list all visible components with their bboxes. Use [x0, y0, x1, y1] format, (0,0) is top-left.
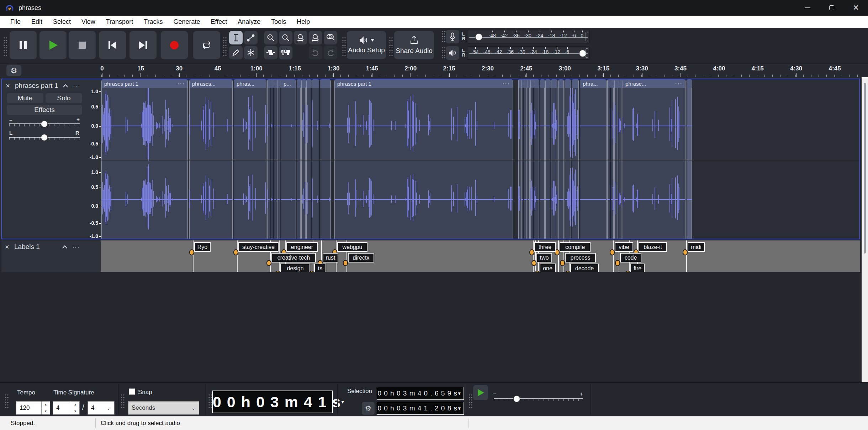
audio-clip[interactable] — [306, 79, 311, 239]
pause-button[interactable] — [10, 31, 37, 59]
clip-header[interactable] — [320, 79, 330, 88]
mute-button[interactable]: Mute — [7, 93, 43, 103]
clip-header[interactable] — [572, 79, 578, 88]
audio-clip[interactable] — [572, 79, 579, 239]
label-stem[interactable] — [193, 240, 194, 272]
label-chip[interactable]: engineer — [286, 242, 318, 252]
clip-header[interactable]: phras... — [234, 79, 266, 88]
record-meter-grip[interactable] — [441, 30, 445, 42]
clip-header[interactable] — [534, 79, 539, 88]
menu-item-tracks[interactable]: Tracks — [138, 16, 168, 28]
timeline-ruler[interactable]: ⚙ 01530451:001:151:301:452:002:152:302:4… — [0, 64, 868, 77]
clip-header[interactable]: phrases... — [190, 79, 232, 88]
label-chip[interactable]: fire — [630, 264, 645, 272]
menu-item-view[interactable]: View — [76, 16, 101, 28]
clip-header[interactable]: p... — [281, 79, 296, 88]
play-speed-thumb[interactable] — [513, 396, 520, 402]
label-flag-icon[interactable] — [343, 260, 348, 266]
audio-clip[interactable] — [619, 79, 621, 239]
snap-checkbox[interactable] — [129, 388, 135, 395]
selection-tool-button[interactable] — [229, 31, 243, 44]
label-chip[interactable]: two — [536, 253, 552, 262]
play-meter-grip[interactable] — [441, 46, 445, 58]
audio-clip[interactable] — [297, 79, 301, 239]
audio-clip[interactable] — [611, 79, 614, 239]
menu-item-tools[interactable]: Tools — [266, 16, 291, 28]
menu-item-generate[interactable]: Generate — [168, 16, 205, 28]
record-meter[interactable]: LR -48-42-36-30-24-18-12-60 — [446, 29, 589, 44]
clip-header[interactable]: phrases part 1··· — [335, 79, 513, 88]
clip-area[interactable]: phrases part 1···phrases...phras...p...p… — [101, 79, 859, 239]
playback-meter-scale[interactable]: -54-48-42-36-30-24-18-12-6 — [467, 46, 589, 60]
clip-header[interactable]: phrases part 1··· — [102, 79, 187, 88]
time-display-grip[interactable] — [208, 393, 212, 409]
audio-track[interactable]: × phrases part 1 ··· Mute Solo Effects −… — [1, 79, 860, 239]
audio-clip[interactable]: phrases part 1··· — [334, 79, 513, 239]
time-toolbar-grip[interactable] — [4, 393, 9, 409]
track-menu-button[interactable]: ··· — [70, 82, 83, 90]
gain-slider-thumb[interactable] — [41, 121, 48, 127]
tempo-field[interactable]: 120 ▲▼ — [16, 401, 50, 415]
record-meter-scale[interactable]: -48-42-36-30-24-18-12-60 — [467, 30, 589, 43]
audio-clip[interactable] — [614, 79, 618, 239]
audio-clip[interactable] — [607, 79, 610, 239]
clip-menu-button[interactable]: ··· — [675, 81, 683, 87]
record-volume-knob[interactable] — [475, 33, 482, 41]
multi-tool-button[interactable] — [244, 46, 258, 59]
label-chip[interactable]: stay-creative — [238, 242, 279, 252]
close-button[interactable]: ✕ — [844, 0, 868, 16]
audio-clip[interactable] — [277, 79, 280, 239]
selection-options-button[interactable]: ⚙ — [362, 402, 375, 415]
label-stem[interactable] — [533, 240, 534, 272]
menu-item-select[interactable]: Select — [48, 16, 76, 28]
label-chip[interactable]: three — [534, 242, 556, 252]
playback-meter-button[interactable] — [446, 46, 459, 60]
clip-menu-button[interactable]: ··· — [503, 81, 510, 87]
audio-clip[interactable] — [271, 79, 273, 239]
audio-clip[interactable] — [534, 79, 539, 239]
vertical-scrollbar-thumb[interactable] — [864, 83, 866, 254]
clip-header[interactable] — [551, 79, 557, 88]
label-flag-icon[interactable] — [683, 249, 688, 255]
clip-header[interactable] — [302, 79, 307, 88]
audio-clip[interactable] — [312, 79, 319, 239]
fit-selection-button[interactable] — [294, 31, 307, 44]
audio-clip[interactable] — [320, 79, 331, 239]
playback-volume-knob[interactable] — [579, 50, 586, 57]
maximize-button[interactable] — [820, 0, 844, 16]
label-chip[interactable]: webgpu — [337, 242, 367, 252]
time-sig-lower-dropdown[interactable]: 4 ⌄ — [88, 401, 115, 415]
audio-setup-button[interactable]: Audio Setup — [347, 31, 386, 59]
trim-audio-button[interactable] — [264, 46, 277, 59]
play-speed-grip[interactable] — [468, 393, 472, 409]
clip-header[interactable] — [546, 79, 551, 88]
label-stem[interactable] — [237, 240, 238, 272]
audio-clip[interactable]: phrase...··· — [623, 79, 686, 239]
effects-button[interactable]: Effects — [7, 105, 82, 115]
clip-header[interactable] — [687, 79, 692, 88]
label-chip[interactable]: creative-tech — [271, 253, 316, 262]
track-close-button[interactable]: × — [6, 82, 15, 90]
selection-end-field[interactable]: 0 0 h 0 3 m 4 1 . 2 0 8 s ▾ — [377, 402, 464, 415]
clip-header[interactable] — [312, 79, 319, 88]
menu-item-file[interactable]: File — [5, 16, 26, 28]
menu-item-analyze[interactable]: Analyze — [232, 16, 266, 28]
share-audio-grip[interactable] — [388, 36, 393, 56]
audio-clip[interactable]: p... — [281, 79, 296, 239]
clip-header[interactable] — [540, 79, 545, 88]
track-collapse-icon[interactable] — [60, 84, 70, 87]
zoom-out-button[interactable] — [279, 31, 292, 44]
label-flag-icon[interactable] — [189, 249, 194, 255]
labels-close-button[interactable]: × — [5, 243, 14, 251]
pan-slider[interactable] — [9, 137, 80, 140]
timeline-options-button[interactable]: ⚙ — [6, 65, 21, 76]
audio-clip[interactable] — [274, 79, 276, 239]
label-chip[interactable]: code — [620, 253, 641, 262]
play-at-speed-button[interactable] — [473, 385, 488, 400]
solo-button[interactable]: Solo — [46, 93, 82, 103]
tools-toolbar-grip[interactable] — [222, 36, 227, 56]
skip-to-start-button[interactable] — [99, 31, 126, 59]
selection-start-field[interactable]: 0 0 h 0 3 m 4 0 . 6 5 9 s ▾ — [377, 387, 464, 400]
zoom-in-button[interactable] — [264, 31, 277, 44]
label-chip[interactable]: design — [280, 264, 310, 272]
